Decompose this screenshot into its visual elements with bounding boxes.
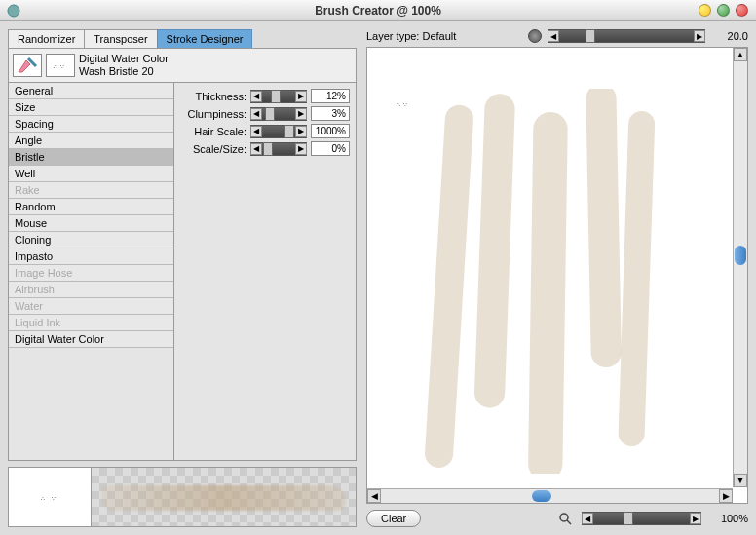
param-thickness: Thickness: ◀▶ 12% [180, 89, 350, 103]
cat-digital-water[interactable]: Digital Water Color [9, 331, 173, 348]
scroll-right-arrow[interactable]: ▶ [719, 489, 733, 503]
hscroll-thumb[interactable] [532, 490, 551, 502]
minimize-button[interactable] [699, 4, 711, 17]
cat-size[interactable]: Size [9, 99, 173, 116]
horizontal-scrollbar[interactable]: ◀ ▶ [367, 488, 733, 503]
vertical-scrollbar[interactable]: ▲ ▼ [733, 48, 747, 487]
zoom-slider[interactable]: ◀▶ [582, 512, 701, 525]
cat-bristle[interactable]: Bristle [9, 149, 173, 166]
scale-size-value[interactable]: 0% [311, 141, 350, 156]
svg-line-2 [567, 520, 571, 524]
brush-creator-window: Brush Creator @ 100% Randomizer Transpos… [0, 0, 756, 535]
stroke-sample [101, 485, 346, 511]
clear-button[interactable]: Clear [366, 510, 421, 527]
canvas-strokes [398, 89, 702, 474]
bristle-params: Thickness: ◀▶ 12% Clumpiness: ◀▶ 3% Hair… [174, 83, 356, 460]
vscroll-thumb[interactable] [735, 246, 746, 265]
clumpiness-value[interactable]: 3% [311, 106, 350, 121]
tab-randomizer[interactable]: Randomizer [8, 29, 85, 48]
content-area: Randomizer Transposer Stroke Designer ∴∵… [0, 21, 756, 535]
scale-size-slider[interactable]: ◀▶ [250, 142, 307, 156]
scale-size-label: Scale/Size: [180, 143, 246, 155]
preview-canvas[interactable]: ∴∵ ▲ ▼ ◀ ▶ [366, 47, 748, 504]
thickness-value[interactable]: 12% [311, 89, 350, 103]
dab-dots-icon: ∴∵ [54, 62, 67, 69]
svg-point-1 [560, 514, 568, 521]
cat-airbrush: Airbrush [9, 282, 173, 298]
stroke-designer-panel: ∴∵ Digital Water Color Wash Bristle 20 G… [8, 48, 357, 461]
titlebar[interactable]: Brush Creator @ 100% [0, 0, 756, 21]
brush-category-label: Digital Water Color [79, 53, 169, 65]
brush-names: Digital Water Color Wash Bristle 20 [79, 53, 169, 78]
hair-scale-slider[interactable]: ◀▶ [250, 125, 307, 138]
canvas-header: Layer type: Default ◀▶ 20.0 [366, 29, 748, 43]
canvas-inner[interactable]: ∴∵ [369, 50, 732, 487]
canvas-footer: Clear ◀▶ 100% [366, 510, 748, 527]
brush-variant-label: Wash Bristle 20 [79, 65, 169, 78]
cat-mouse[interactable]: Mouse [9, 215, 173, 232]
hair-scale-label: Hair Scale: [180, 126, 246, 137]
dab-preview: ∴ ∵ [9, 468, 92, 526]
maximize-button[interactable] [717, 4, 730, 17]
tab-stroke-designer[interactable]: Stroke Designer [157, 29, 253, 48]
tab-transposer[interactable]: Transposer [84, 29, 157, 48]
app-icon [6, 3, 21, 19]
tab-bar: Randomizer Transposer Stroke Designer [8, 29, 357, 48]
stroke-preview [92, 468, 356, 526]
window-controls [699, 4, 748, 17]
brush-size-value[interactable]: 20.0 [715, 30, 748, 42]
cat-cloning[interactable]: Cloning [9, 232, 173, 248]
svg-point-0 [8, 5, 19, 17]
brush-variant-thumb[interactable]: ∴∵ [46, 54, 75, 77]
cat-well[interactable]: Well [9, 166, 173, 182]
cat-angle[interactable]: Angle [9, 133, 173, 149]
brush-header: ∴∵ Digital Water Color Wash Bristle 20 [9, 49, 356, 83]
hair-scale-value[interactable]: 1000% [311, 124, 350, 138]
cat-impasto[interactable]: Impasto [9, 248, 173, 265]
magnifier-icon[interactable] [558, 512, 572, 525]
param-clumpiness: Clumpiness: ◀▶ 3% [180, 106, 350, 121]
brush-category-thumb[interactable] [13, 54, 42, 77]
clumpiness-label: Clumpiness: [180, 108, 246, 120]
cursor-dab-icon: ∴∵ [397, 100, 410, 107]
cat-spacing[interactable]: Spacing [9, 116, 173, 133]
clumpiness-slider[interactable]: ◀▶ [250, 107, 307, 121]
cat-general[interactable]: General [9, 83, 173, 99]
close-button[interactable] [736, 4, 748, 17]
layer-type-label: Layer type: Default [366, 30, 522, 42]
scroll-up-arrow[interactable]: ▲ [734, 48, 747, 61]
cat-liquid-ink: Liquid Ink [9, 315, 173, 331]
zoom-value[interactable]: 100% [715, 513, 748, 524]
right-panel: Layer type: Default ◀▶ 20.0 [366, 29, 748, 527]
scroll-down-arrow[interactable]: ▼ [734, 474, 747, 487]
dab-preview-icon: ∴ ∵ [41, 494, 59, 501]
preview-strip: ∴ ∵ [8, 467, 357, 527]
scroll-left-arrow[interactable]: ◀ [367, 489, 381, 503]
left-panel: Randomizer Transposer Stroke Designer ∴∵… [8, 29, 357, 527]
cat-random[interactable]: Random [9, 199, 173, 215]
thickness-label: Thickness: [180, 91, 246, 102]
cat-rake: Rake [9, 182, 173, 199]
param-scale-size: Scale/Size: ◀▶ 0% [180, 141, 350, 156]
brush-size-slider[interactable]: ◀▶ [548, 29, 705, 43]
thickness-slider[interactable]: ◀▶ [250, 90, 307, 103]
params-area: General Size Spacing Angle Bristle Well … [9, 83, 356, 460]
cat-image-hose: Image Hose [9, 265, 173, 282]
category-list: General Size Spacing Angle Bristle Well … [9, 83, 174, 460]
param-hair-scale: Hair Scale: ◀▶ 1000% [180, 124, 350, 138]
color-swatch[interactable] [528, 29, 542, 43]
window-title: Brush Creator @ 100% [315, 4, 441, 18]
cat-water: Water [9, 298, 173, 315]
